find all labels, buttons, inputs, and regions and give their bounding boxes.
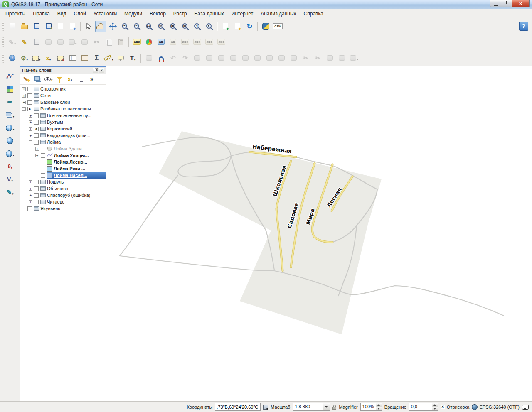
expander-icon[interactable]: + xyxy=(22,94,26,98)
message-log-icon[interactable] xyxy=(522,405,529,410)
expander-icon[interactable]: + xyxy=(29,127,32,131)
checkbox-icon[interactable]: × xyxy=(441,405,445,409)
layer-tree-row[interactable]: +Ношуль xyxy=(20,179,106,185)
layer-checkbox[interactable] xyxy=(41,153,45,158)
layer-checkbox[interactable] xyxy=(34,200,39,204)
measure-button[interactable]: ▾ xyxy=(103,52,114,64)
layer-tree-row[interactable]: Лойма Насел... xyxy=(20,172,106,179)
layer-tree-row[interactable]: +Сети xyxy=(20,92,106,99)
menu-projects[interactable]: Проекты xyxy=(2,10,29,18)
filter-legend-button[interactable] xyxy=(54,74,64,84)
zoom-last-button[interactable]: ◂ xyxy=(192,21,203,32)
show-bookmarks-button[interactable] xyxy=(232,21,243,32)
combo-arrow-icon[interactable] xyxy=(323,403,330,410)
snapping-options-button[interactable] xyxy=(155,52,167,64)
restore-button[interactable] xyxy=(501,0,512,7)
spin-down-icon[interactable] xyxy=(432,407,438,410)
save-project-button[interactable] xyxy=(31,21,42,32)
deselect-all-button[interactable]: × xyxy=(55,52,66,64)
expander-icon[interactable]: − xyxy=(29,140,32,144)
render-checkbox[interactable]: × Отрисовка xyxy=(441,405,470,410)
crs-status-button[interactable]: EPSG:32640 (OTF) xyxy=(472,404,520,410)
new-shapefile-layer-button[interactable]: ✎▾ xyxy=(5,186,16,198)
rotation-spinbox[interactable]: 0,0 xyxy=(409,403,438,411)
menu-processing[interactable]: Анализ данных xyxy=(257,10,300,18)
scale-combobox[interactable]: 1:8 380 xyxy=(293,403,330,411)
metasearch-button[interactable]: CSW xyxy=(272,21,283,32)
expander-icon[interactable]: + xyxy=(29,187,32,191)
panel-overflow-button[interactable]: » xyxy=(87,74,96,84)
field-calculator-button[interactable] xyxy=(79,52,90,64)
layer-tree-row[interactable]: +Справочник xyxy=(20,86,106,92)
help-button[interactable]: ? xyxy=(518,20,529,32)
layer-tree-row[interactable]: +Лойма Улицы... xyxy=(20,152,106,159)
zoom-full-button[interactable]: ▭ xyxy=(155,21,167,32)
magnifier-spinbox[interactable]: 100% xyxy=(360,403,382,411)
layer-checkbox[interactable] xyxy=(34,193,39,198)
layer-tree-row[interactable]: Лойма Реки ... xyxy=(20,165,106,172)
layer-checkbox[interactable] xyxy=(34,140,39,145)
pan-map-button[interactable] xyxy=(95,21,106,32)
open-project-button[interactable] xyxy=(19,21,30,32)
dock-float-button[interactable] xyxy=(93,68,98,73)
layer-tree-row[interactable]: +×Коржинский xyxy=(20,125,106,132)
save-project-as-button[interactable]: ✎ xyxy=(43,21,54,32)
add-raster-layer-button[interactable] xyxy=(5,83,16,95)
menu-settings[interactable]: Установки xyxy=(90,10,121,18)
layer-labeling-options-button[interactable]: abc xyxy=(131,37,143,48)
menu-web[interactable]: Интернет xyxy=(228,10,257,18)
add-vector-layer-button[interactable] xyxy=(5,71,16,82)
layer-tree-row[interactable]: +Читаево xyxy=(20,199,106,205)
menu-layer[interactable]: Слой xyxy=(70,10,89,18)
menu-raster[interactable]: Растр xyxy=(170,10,190,18)
add-oracle-layer-button[interactable]: 9, xyxy=(5,161,16,172)
layer-tree-row[interactable]: +Вухтым xyxy=(20,119,106,125)
menu-database[interactable]: База данных xyxy=(190,10,227,18)
statistical-summary-button[interactable]: Σ xyxy=(91,52,102,64)
layer-tree-row[interactable]: +Спаспоруб (ошибка) xyxy=(20,192,106,199)
layer-checkbox[interactable] xyxy=(41,173,45,178)
toggle-editing-button[interactable]: ✎ xyxy=(19,37,30,48)
spin-down-icon[interactable] xyxy=(376,407,382,410)
expander-icon[interactable]: + xyxy=(35,147,39,151)
expander-icon[interactable]: + xyxy=(29,200,32,204)
layer-checkbox[interactable] xyxy=(27,206,32,211)
menu-vector[interactable]: Вектор xyxy=(146,10,170,18)
zoom-to-layer-button[interactable]: ▤ xyxy=(180,21,191,32)
new-project-button[interactable] xyxy=(7,21,18,32)
layer-checkbox[interactable] xyxy=(41,160,45,164)
menu-help[interactable]: Справка xyxy=(300,10,327,18)
expander-icon[interactable]: + xyxy=(22,101,26,104)
layer-checkbox[interactable] xyxy=(34,113,39,118)
layer-checkbox[interactable]: × xyxy=(34,127,39,131)
layer-tree-row[interactable]: +Кыддзявидзь (оши... xyxy=(20,132,106,139)
feature-action-button[interactable]: ⚙▾ xyxy=(19,52,30,64)
select-by-expression-button[interactable]: ε▾ xyxy=(43,52,54,64)
add-wcs-layer-button[interactable] xyxy=(5,135,16,146)
layer-checkbox[interactable] xyxy=(34,186,39,191)
layer-checkbox[interactable] xyxy=(41,167,45,171)
layer-tree-row[interactable]: −Лойма xyxy=(20,139,106,145)
add-virtual-layer-button[interactable]: V▾ xyxy=(5,174,16,185)
add-postgis-layer-button[interactable]: ▾ xyxy=(5,109,16,120)
layer-checkbox[interactable] xyxy=(34,133,39,138)
expander-icon[interactable]: + xyxy=(22,87,26,91)
new-bookmark-button[interactable] xyxy=(220,21,231,32)
map-tips-button[interactable] xyxy=(115,52,126,64)
zoom-native-button[interactable]: 1:1 xyxy=(143,21,155,32)
text-annotation-button[interactable]: T▾ xyxy=(127,52,138,64)
expander-icon[interactable]: + xyxy=(29,120,32,124)
spin-buttons[interactable] xyxy=(376,403,382,410)
add-spatialite-layer-button[interactable]: ✒ xyxy=(5,96,16,108)
layer-styling-button[interactable] xyxy=(22,74,32,84)
menu-edit[interactable]: Правка xyxy=(29,10,54,18)
expander-icon[interactable]: − xyxy=(22,107,26,111)
expander-icon[interactable]: + xyxy=(29,114,32,118)
layer-checkbox[interactable] xyxy=(34,180,39,184)
menu-plugins[interactable]: Модули xyxy=(121,10,146,18)
layer-tree-row[interactable]: +Базовые слои xyxy=(20,99,106,105)
layer-tree-row[interactable]: +Объячево xyxy=(20,185,106,192)
pan-to-selection-button[interactable] xyxy=(107,21,118,32)
layer-checkbox[interactable] xyxy=(27,93,32,98)
refresh-button[interactable]: ↻ xyxy=(244,21,255,32)
